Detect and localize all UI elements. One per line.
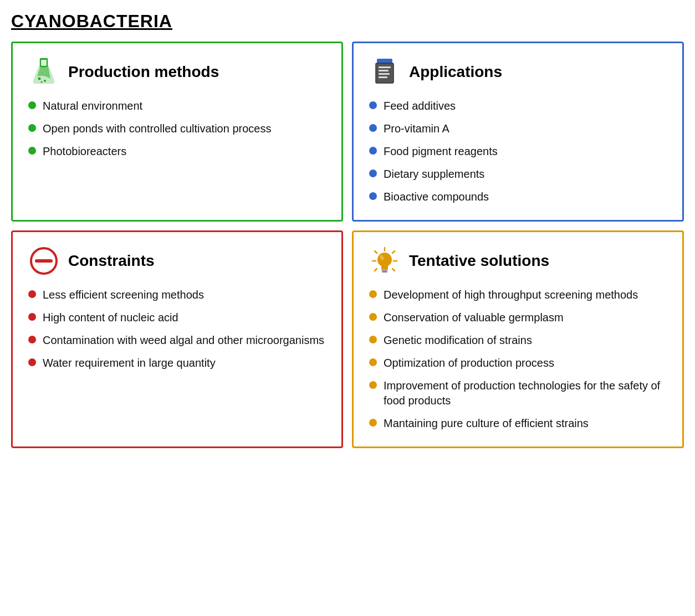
bullet-icon — [369, 170, 377, 177]
list-item: Improvement of production technologies f… — [369, 378, 667, 408]
bullet-icon — [28, 358, 36, 366]
card-applications-header: Applications — [369, 57, 667, 88]
list-item: Food pigment reagents — [369, 144, 667, 159]
card-production-header: Production methods — [28, 57, 326, 88]
svg-line-19 — [392, 269, 395, 271]
svg-rect-13 — [35, 259, 53, 263]
main-grid: Production methods Natural environment O… — [11, 42, 684, 448]
svg-rect-22 — [382, 271, 387, 273]
applications-list: Feed additives Pro-vitamin A Food pigmen… — [369, 99, 667, 204]
bullet-icon — [369, 147, 377, 155]
solutions-list: Development of high throughput screening… — [369, 288, 667, 431]
card-applications: Applications Feed additives Pro-vitamin … — [352, 42, 684, 222]
bullet-icon — [369, 336, 377, 343]
bullet-icon — [28, 101, 36, 109]
svg-line-16 — [375, 251, 377, 253]
bullet-icon — [369, 419, 377, 427]
constraints-list: Less efficient screening methods High co… — [28, 288, 326, 371]
list-item: Genetic modification of strains — [369, 333, 667, 348]
list-item: Open ponds with controlled cultivation p… — [28, 121, 326, 136]
bullet-icon — [28, 124, 36, 132]
card-solutions: Tentative solutions Development of high … — [352, 230, 684, 448]
applications-title: Applications — [409, 63, 502, 81]
document-icon — [369, 57, 400, 88]
bullet-icon — [369, 381, 377, 389]
list-item: Bioactive compounds — [369, 189, 667, 204]
list-item: Mantaining pure culture of efficient str… — [369, 416, 667, 431]
production-title: Production methods — [68, 63, 219, 81]
card-constraints: Constraints Less efficient screening met… — [11, 230, 343, 448]
list-item: Development of high throughput screening… — [369, 288, 667, 302]
svg-line-20 — [375, 269, 377, 271]
svg-rect-6 — [377, 59, 392, 63]
bullet-icon — [369, 124, 377, 132]
list-item: Feed additives — [369, 99, 667, 114]
bullet-icon — [28, 313, 36, 321]
bullet-icon — [28, 290, 36, 298]
svg-rect-8 — [379, 66, 391, 68]
bullet-icon — [369, 313, 377, 321]
list-item: Contamination with weed algal and other … — [28, 333, 326, 348]
solutions-title: Tentative solutions — [409, 252, 549, 270]
svg-line-15 — [392, 251, 395, 253]
constraints-title: Constraints — [68, 252, 155, 270]
svg-rect-2 — [42, 60, 46, 65]
card-solutions-header: Tentative solutions — [369, 245, 667, 276]
list-item: Natural environment — [28, 99, 326, 114]
list-item: Water requirement in large quantity — [28, 356, 326, 371]
bullet-icon — [369, 358, 377, 366]
bullet-icon — [28, 147, 36, 155]
card-production: Production methods Natural environment O… — [11, 42, 343, 222]
svg-rect-10 — [379, 73, 390, 75]
list-item: Photobioreacters — [28, 144, 326, 159]
svg-point-3 — [38, 78, 41, 80]
list-item: Conservation of valuable germplasm — [369, 310, 667, 325]
svg-rect-9 — [379, 70, 389, 71]
svg-rect-11 — [379, 76, 387, 78]
svg-point-5 — [41, 81, 43, 83]
bullet-icon — [369, 101, 377, 109]
list-item: Dietary supplements — [369, 167, 667, 182]
list-item: High content of nucleic acid — [28, 310, 326, 325]
bullet-icon — [369, 290, 377, 298]
list-item: Optimization of production process — [369, 356, 667, 371]
svg-point-4 — [44, 80, 46, 82]
card-constraints-header: Constraints — [28, 245, 326, 276]
bullet-icon — [28, 336, 36, 343]
production-list: Natural environment Open ponds with cont… — [28, 99, 326, 159]
list-item: Pro-vitamin A — [369, 121, 667, 136]
svg-rect-21 — [381, 269, 388, 271]
flask-icon — [28, 57, 59, 88]
lightbulb-icon — [369, 245, 400, 276]
bullet-icon — [369, 192, 377, 200]
no-entry-icon — [28, 245, 59, 276]
list-item: Less efficient screening methods — [28, 288, 326, 302]
page-title: CYANOBACTERIA — [11, 11, 684, 32]
